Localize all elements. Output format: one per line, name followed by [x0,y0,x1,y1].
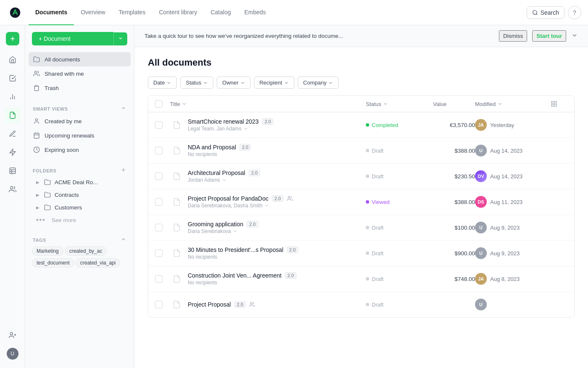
chevron-up-icon [121,236,126,242]
content-area: All documents DateStatusOwnerRecipientCo… [134,47,588,368]
tag-test_document[interactable]: test_document [32,258,74,267]
th-modified[interactable]: Modified [475,101,551,107]
sidebar-contacts-icon[interactable] [5,182,20,197]
person-icon [33,117,40,125]
sidebar-sign-icon[interactable] [5,126,20,141]
table-row[interactable]: 30 Minutes to President'...s Proposal 2.… [148,241,574,266]
nav-tab-templates[interactable]: Templates [112,0,152,25]
app-logo[interactable] [7,7,24,19]
status-dot [366,303,369,306]
add-user-icon[interactable] [5,328,20,343]
doc-title-row: Project Proposal for PandaDoc 2.0 [188,195,293,202]
nav-item-expiring-soon[interactable]: Expiring soon [29,143,131,157]
table-row[interactable]: SmartChoice renewal 2023 2.0 Legal Team,… [148,112,574,138]
nav-item-upcoming-renewals[interactable]: Upcoming renewals [29,128,131,143]
filter-status[interactable]: Status [180,77,213,89]
tag-created_by_ac[interactable]: created_by_ac [65,246,107,256]
nav-tab-catalog[interactable]: Catalog [204,0,237,25]
chevron-down-icon [571,32,578,39]
filter-date[interactable]: Date [148,77,177,89]
nav-tab-content-library[interactable]: Content library [152,0,204,25]
dismiss-button[interactable]: Dismiss [499,30,527,42]
doc-name: Project Proposal for PandaDoc [188,195,268,202]
help-button[interactable]: ? [568,6,581,19]
table-row[interactable]: NDA and Proposal 2.0 No recipients Draft… [148,138,574,164]
svg-point-16 [34,71,37,73]
nav-item-all-documents[interactable]: All documents [29,52,131,66]
table-row[interactable]: Project Proposal 2.0 Draft U [148,292,574,317]
filters-bar: DateStatusOwnerRecipientCompany [148,77,575,89]
table-row[interactable]: Grooming application 2.0 Daria Serebriak… [148,215,574,241]
sidebar-table-icon[interactable] [5,163,20,178]
row-checkbox[interactable] [155,301,163,308]
tags-collapse-btn[interactable] [121,236,126,244]
table-row[interactable]: Construction Joint Ven... Agreement 2.0 … [148,266,574,292]
row-checkbox[interactable] [155,275,163,283]
user-profile-icon[interactable]: U [5,346,20,361]
svg-marker-7 [10,149,16,156]
th-status[interactable]: Status [366,101,433,107]
chevron-down-icon [243,126,248,131]
doc-title-cell: Architectural Proposal 2.0 Jordan Adams [170,169,366,183]
folder-item-acme[interactable]: ▶ ACME Deal Ro... [29,176,131,188]
folders-add-btn[interactable] [121,167,126,174]
sidebar-chart-icon[interactable] [5,89,20,104]
th-layout[interactable] [551,101,567,107]
filter-recipient[interactable]: Recipient [254,77,294,89]
nav-item-shared-with-me[interactable]: Shared with me [29,66,131,81]
search-button[interactable]: Search [527,6,564,19]
start-tour-button[interactable]: Start tour [532,30,566,42]
sidebar-bolt-icon[interactable] [5,145,20,160]
svg-point-12 [10,186,13,189]
filter-label: Date [153,79,165,86]
avatar: U [475,299,487,310]
status-label: Draft [372,173,383,180]
new-document-main-button[interactable]: + Document [32,32,113,45]
row-checkbox[interactable] [155,198,163,206]
row-checkbox[interactable] [155,224,163,231]
smart-views-collapse-btn[interactable] [121,105,126,112]
doc-name: 30 Minutes to President'...s Proposal [188,246,284,253]
table-row[interactable]: Architectural Proposal 2.0 Jordan Adams … [148,164,574,189]
row-checkbox[interactable] [155,121,163,129]
row-checkbox[interactable] [155,147,163,154]
quick-add-button[interactable] [6,32,19,45]
sidebar-check-icon[interactable] [5,71,20,86]
sidebar-doc-icon[interactable] [5,108,20,123]
folder-item-contracts[interactable]: ▶ Contracts [29,188,131,201]
doc-name: Architectural Proposal [188,169,245,176]
filter-company[interactable]: Company [298,77,339,89]
filter-owner[interactable]: Owner [217,77,250,89]
see-more-button[interactable]: ••• See more [29,214,131,226]
select-all-checkbox[interactable] [155,100,163,108]
row-checkbox[interactable] [155,172,163,180]
sidebar-home-icon[interactable] [5,52,20,67]
nav-item-trash[interactable]: Trash [29,81,131,95]
nav-tab-overview[interactable]: Overview [74,0,112,25]
folder-item-customers[interactable]: ▶ Customers [29,201,131,214]
status-label: Draft [372,276,383,282]
row-checkbox[interactable] [155,249,163,257]
nav-tab-documents[interactable]: Documents [29,0,74,25]
nav-item-created-by-me[interactable]: Created by me [29,114,131,128]
folder-shared-icon [44,204,51,211]
new-document-dropdown-button[interactable] [113,32,127,45]
documents-table: Title Status Value Modified [148,95,575,318]
tag-Marketing[interactable]: Marketing [32,246,63,256]
doc-version-badge: 2.0 [272,195,283,202]
table-row[interactable]: Project Proposal for PandaDoc 2.0 Daria … [148,189,574,215]
modified-cell: DV Aug 14, 2023 [475,170,551,182]
avatar: DV [475,170,487,182]
folder-arrow-icon: ▶ [36,193,39,197]
th-value: Value [433,101,475,107]
tag-created_via_api[interactable]: created_via_api [76,258,121,267]
sort-icon [497,101,502,106]
nav-tab-embeds[interactable]: Embeds [238,0,273,25]
th-title[interactable]: Title [170,101,366,107]
folder-label: Customers [55,204,82,211]
status-label: Completed [372,122,398,128]
doc-file-icon [170,221,184,234]
doc-file-icon [170,272,184,286]
tour-chevron-icon[interactable] [571,32,578,40]
modified-date: Aug 9, 2023 [490,225,520,231]
